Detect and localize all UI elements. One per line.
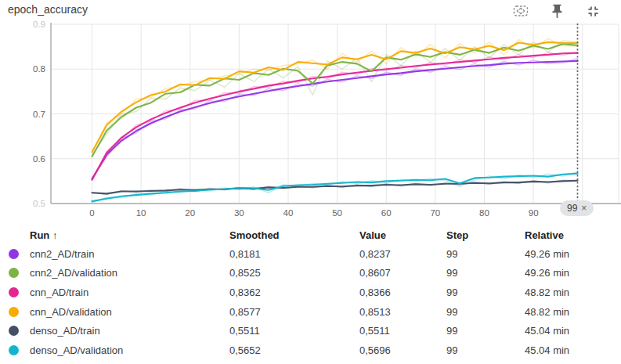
relative-cell: 49.26 min [525, 267, 621, 279]
x-tick-label: 60 [381, 208, 392, 218]
value-cell: 0,5696 [359, 344, 446, 356]
chip-close-icon[interactable]: × [581, 203, 587, 214]
step-cell: 99 [446, 344, 525, 356]
accuracy-chart[interactable]: 0.90.80.70.60.50102030405060708090 [0, 0, 621, 224]
line-raw-cnn_AD-train [92, 52, 578, 180]
line-smoothed-cnn2_AD-train [92, 61, 578, 179]
x-tick-label: 20 [185, 208, 195, 218]
column-header-run[interactable]: Run ↑ [30, 229, 229, 241]
run-name: cnn_AD/train [30, 287, 229, 298]
line-smoothed-denso_AD-validation [92, 174, 578, 202]
step-chip-label: 99 [567, 203, 577, 214]
run-name: denso_AD/train [30, 325, 229, 337]
column-header-step[interactable]: Step [446, 229, 525, 241]
step-cell: 99 [446, 267, 525, 279]
relative-cell: 48.82 min [525, 287, 621, 298]
run-color-dot [9, 326, 19, 336]
y-tick-label: 0.9 [33, 20, 45, 29]
table-row: denso_AD/train0,55110,55119945.04 min [0, 321, 621, 341]
smoothed-value: 0,8577 [229, 306, 359, 318]
smoothed-value: 0,8525 [229, 267, 359, 279]
column-header-value[interactable]: Value [359, 229, 446, 241]
table-row: cnn2_AD/validation0,85250,86079949.26 mi… [0, 264, 621, 283]
run-name: denso_AD/validation [30, 344, 229, 356]
step-selector-chip[interactable]: 99 × [560, 200, 594, 216]
x-tick-label: 90 [529, 208, 539, 218]
line-smoothed-cnn_AD-validation [92, 42, 578, 152]
run-name: cnn_AD/validation [30, 306, 229, 318]
x-tick-label: 10 [136, 208, 146, 218]
column-header-relative[interactable]: Relative [525, 229, 621, 241]
table-row: cnn_AD/validation0,85770,85139948.82 min [0, 302, 621, 322]
step-cell: 99 [446, 248, 525, 260]
smoothed-value: 0,5511 [229, 325, 359, 337]
step-cell: 99 [446, 287, 525, 298]
relative-cell: 45.04 min [525, 325, 621, 337]
smoothed-value: 0,8181 [229, 248, 359, 260]
smoothed-value: 0,5652 [229, 344, 359, 356]
step-cell: 99 [446, 306, 525, 318]
table-body: cnn2_AD/train0,81810,82379949.26 mincnn2… [0, 244, 621, 360]
value-cell: 0,8366 [359, 287, 446, 298]
column-header-smoothed[interactable]: Smoothed [229, 229, 359, 241]
x-tick-label: 0 [89, 208, 94, 218]
value-cell: 0,5511 [359, 325, 446, 337]
y-tick-label: 0.7 [33, 110, 45, 119]
run-color-dot [9, 307, 19, 317]
y-tick-label: 0.8 [33, 64, 45, 74]
x-tick-label: 70 [430, 208, 440, 218]
x-tick-label: 80 [479, 208, 489, 218]
value-cell: 0,8237 [359, 248, 446, 260]
relative-cell: 48.82 min [525, 306, 621, 318]
run-name: cnn2_AD/train [30, 248, 229, 260]
value-cell: 0,8607 [359, 267, 446, 279]
run-table: Run ↑ Smoothed Value Step Relative cnn2_… [0, 225, 621, 360]
x-tick-label: 30 [234, 208, 244, 218]
x-tick-label: 50 [332, 208, 342, 218]
line-smoothed-cnn_AD-train [92, 53, 578, 180]
run-color-dot [9, 249, 19, 259]
relative-cell: 45.04 min [525, 344, 621, 356]
table-header-row: Run ↑ Smoothed Value Step Relative [0, 225, 621, 244]
table-row: cnn_AD/train0,83620,83669948.82 min [0, 283, 621, 302]
y-tick-label: 0.5 [33, 199, 45, 208]
value-cell: 0,8513 [359, 306, 446, 318]
x-tick-label: 40 [283, 208, 294, 218]
scalar-card: epoch_accuracy 0.90.80.70.60. [0, 0, 621, 364]
smoothed-value: 0,8362 [229, 287, 359, 298]
relative-cell: 49.26 min [525, 248, 621, 260]
table-row: denso_AD/validation0,56520,56969945.04 m… [0, 341, 621, 360]
step-cell: 99 [446, 325, 525, 337]
run-color-dot [9, 345, 19, 355]
run-color-dot [9, 268, 19, 278]
run-color-dot [9, 287, 19, 297]
run-name: cnn2_AD/validation [30, 267, 229, 279]
line-raw-cnn_AD-validation [92, 38, 578, 153]
y-tick-label: 0.6 [33, 154, 45, 164]
table-row: cnn2_AD/train0,81810,82379949.26 min [0, 244, 621, 264]
